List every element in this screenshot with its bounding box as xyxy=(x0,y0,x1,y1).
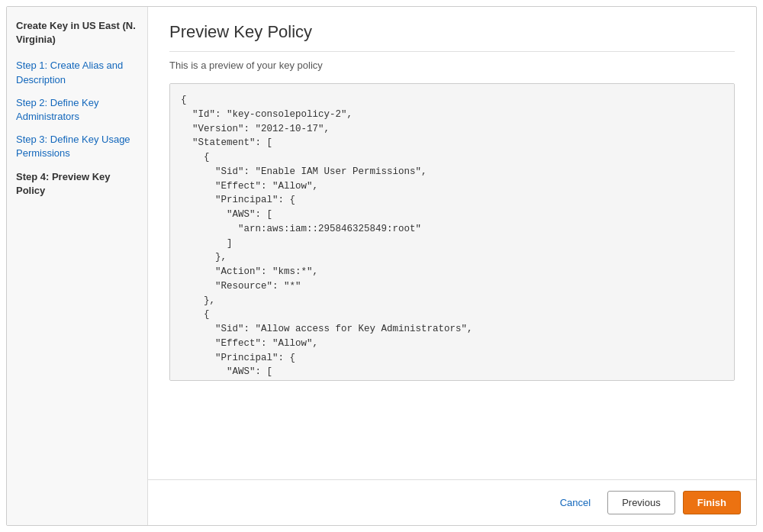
step2-link[interactable]: Step 2: Define Key Administrators xyxy=(16,97,98,122)
sidebar: Create Key in US East (N. Virginia) Step… xyxy=(7,7,148,525)
step1-link[interactable]: Step 1: Create Alias and Description xyxy=(16,60,123,85)
finish-button[interactable]: Finish xyxy=(683,491,741,514)
page-subtitle: This is a preview of your key policy xyxy=(169,60,735,71)
sidebar-title: Create Key in US East (N. Virginia) xyxy=(16,19,138,47)
policy-preview-container xyxy=(169,83,735,381)
page-title: Preview Key Policy xyxy=(169,22,735,52)
step4-label: Step 4: Preview Key Policy xyxy=(16,171,111,196)
policy-textarea[interactable] xyxy=(170,84,734,380)
previous-button[interactable]: Previous xyxy=(607,491,675,514)
footer: Cancel Previous Finish xyxy=(148,479,756,525)
main-container: Create Key in US East (N. Virginia) Step… xyxy=(6,6,757,526)
sidebar-step-3[interactable]: Step 3: Define Key Usage Permissions xyxy=(16,133,138,160)
sidebar-step-1[interactable]: Step 1: Create Alias and Description xyxy=(16,59,138,86)
sidebar-step-4: Step 4: Preview Key Policy xyxy=(16,170,138,198)
step3-link[interactable]: Step 3: Define Key Usage Permissions xyxy=(16,134,130,159)
content-body: Preview Key Policy This is a preview of … xyxy=(148,7,756,479)
sidebar-step-2[interactable]: Step 2: Define Key Administrators xyxy=(16,96,138,124)
content-area: Preview Key Policy This is a preview of … xyxy=(148,7,756,525)
cancel-button[interactable]: Cancel xyxy=(551,492,600,514)
